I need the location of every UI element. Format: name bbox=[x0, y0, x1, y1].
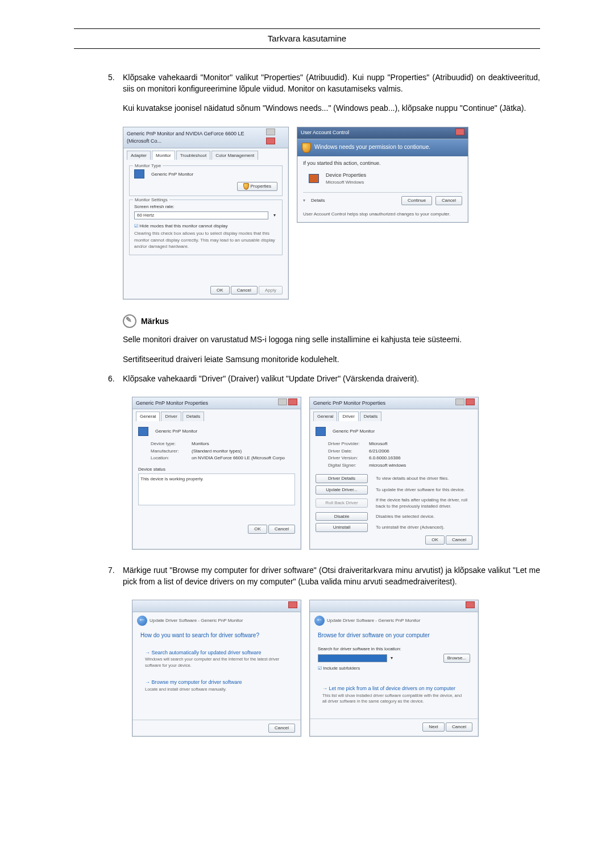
update-driver-wizard-browse: Update Driver Software - Generic PnP Mon… bbox=[309, 600, 479, 737]
ok-button[interactable]: OK bbox=[210, 286, 230, 295]
close-icon[interactable] bbox=[466, 398, 475, 405]
uac-title: User Account Control bbox=[301, 129, 349, 136]
uninstall-button[interactable]: Uninstall bbox=[316, 523, 368, 532]
monitor-settings-legend: Monitor Settings bbox=[133, 197, 169, 203]
dialog-title: Generic PnP Monitor and NVIDIA GeForce 6… bbox=[127, 130, 265, 145]
device-name: Generic PnP Monitor bbox=[333, 428, 375, 435]
tab-driver[interactable]: Driver bbox=[161, 412, 181, 421]
uac-dialog: User Account Control Windows needs your … bbox=[297, 127, 468, 223]
wizard-breadcrumb: Update Driver Software - Generic PnP Mon… bbox=[327, 617, 420, 624]
back-icon[interactable] bbox=[314, 616, 325, 626]
update-driver-desc: To update the driver software for this d… bbox=[376, 487, 472, 493]
wizard-heading: How do you want to search for driver sof… bbox=[140, 632, 293, 640]
manufacturer-label: Manufacturer: bbox=[151, 448, 192, 455]
location-input[interactable] bbox=[318, 654, 387, 662]
hide-modes-description: Clearing this check box allows you to se… bbox=[134, 230, 277, 250]
driver-details-desc: To view details about the driver files. bbox=[376, 475, 472, 482]
rollback-driver-button[interactable]: Roll Back Driver bbox=[316, 499, 368, 508]
note-label: Märkus bbox=[141, 315, 169, 327]
step-6-number: 6. bbox=[108, 373, 123, 392]
monitor-icon bbox=[134, 169, 144, 178]
apply-button[interactable]: Apply bbox=[259, 286, 283, 295]
next-button[interactable]: Next bbox=[422, 722, 444, 732]
manufacturer-value: (Standard monitor types) bbox=[192, 448, 242, 455]
digital-signer-value: microsoft windows bbox=[369, 462, 406, 469]
ok-button[interactable]: OK bbox=[248, 525, 267, 534]
wizard-heading: Browse for driver software on your compu… bbox=[318, 632, 470, 640]
wizard-breadcrumb: Update Driver Software - Generic PnP Mon… bbox=[150, 617, 243, 624]
rollback-driver-desc: If the device fails after updating the d… bbox=[376, 497, 472, 510]
note-paragraph-1: Selle monitori draiver on varustatud MS-… bbox=[123, 334, 540, 345]
include-subfolders-checkbox[interactable]: Include subfolders bbox=[318, 665, 470, 672]
monitor-properties-dialog: Generic PnP Monitor and NVIDIA GeForce 6… bbox=[123, 127, 289, 300]
tab-details[interactable]: Details bbox=[182, 412, 204, 421]
help-icon[interactable] bbox=[278, 398, 287, 405]
driver-version-value: 6.0.6000.16386 bbox=[369, 455, 401, 462]
refresh-rate-label: Screen refresh rate: bbox=[134, 203, 277, 210]
driver-provider-value: Microsoft bbox=[369, 441, 387, 447]
refresh-rate-select[interactable]: 60 Hertz bbox=[134, 211, 268, 219]
monitor-properties-general: Generic PnP Monitor Properties General D… bbox=[132, 397, 301, 549]
tab-color-management[interactable]: Color Management bbox=[211, 151, 258, 160]
properties-button[interactable]: Properties bbox=[237, 182, 277, 191]
minimize-icon[interactable] bbox=[266, 128, 275, 135]
monitor-icon bbox=[316, 427, 326, 436]
close-icon[interactable] bbox=[466, 601, 475, 608]
tab-driver[interactable]: Driver bbox=[338, 412, 358, 421]
cancel-button[interactable]: Cancel bbox=[446, 535, 472, 545]
continue-button[interactable]: Continue bbox=[401, 196, 432, 205]
dialog-title: Generic PnP Monitor Properties bbox=[313, 400, 385, 407]
cancel-button[interactable]: Cancel bbox=[435, 196, 462, 205]
device-type-value: Monitors bbox=[192, 441, 209, 447]
uac-details-toggle[interactable]: Details bbox=[311, 197, 398, 204]
update-driver-button[interactable]: Update Driver... bbox=[316, 485, 368, 495]
cancel-button[interactable]: Cancel bbox=[268, 724, 295, 733]
option-browse-computer[interactable]: → Browse my computer for driver software… bbox=[140, 675, 293, 696]
step-7-number: 7. bbox=[108, 564, 123, 596]
close-icon[interactable] bbox=[288, 601, 297, 608]
uac-footer: User Account Control helps stop unauthor… bbox=[303, 211, 462, 218]
shield-icon bbox=[302, 143, 311, 153]
tab-details[interactable]: Details bbox=[360, 412, 381, 421]
cancel-button[interactable]: Cancel bbox=[268, 525, 295, 534]
tab-general[interactable]: General bbox=[136, 412, 160, 421]
driver-date-label: Driver Date: bbox=[328, 448, 369, 455]
tab-troubleshoot[interactable]: Troubleshoot bbox=[176, 151, 210, 160]
tab-monitor[interactable]: Monitor bbox=[152, 151, 175, 160]
device-status-text: This device is working properly. bbox=[138, 474, 295, 505]
option-pick-from-list[interactable]: → Let me pick from a list of device driv… bbox=[318, 682, 470, 708]
driver-details-button[interactable]: Driver Details bbox=[316, 474, 368, 483]
driver-provider-label: Driver Provider: bbox=[328, 441, 369, 447]
monitor-type-legend: Monitor Type bbox=[133, 163, 163, 169]
tab-general[interactable]: General bbox=[313, 412, 337, 421]
close-icon[interactable] bbox=[266, 138, 275, 144]
disable-button[interactable]: Disable bbox=[316, 512, 368, 521]
tab-adapter[interactable]: Adapter bbox=[127, 151, 151, 160]
device-name: Generic PnP Monitor bbox=[155, 428, 197, 435]
step-5-paragraph-2: Kui kuvatakse joonisel näidatud sõnum "W… bbox=[123, 102, 540, 114]
monitor-icon bbox=[138, 427, 148, 436]
browse-button[interactable]: Browse... bbox=[443, 654, 470, 663]
close-icon[interactable] bbox=[288, 398, 297, 405]
hide-modes-checkbox[interactable]: Hide modes that this monitor cannot disp… bbox=[134, 223, 277, 230]
disable-desc: Disables the selected device. bbox=[376, 513, 472, 520]
ok-button[interactable]: OK bbox=[425, 535, 445, 545]
chevron-down-icon[interactable]: ▾ bbox=[303, 197, 305, 204]
close-icon[interactable] bbox=[455, 128, 464, 135]
cancel-button[interactable]: Cancel bbox=[231, 286, 258, 295]
option-search-automatically[interactable]: → Search automatically for updated drive… bbox=[140, 646, 293, 672]
note-icon bbox=[123, 314, 136, 328]
driver-version-label: Driver Version: bbox=[328, 455, 369, 462]
back-icon[interactable] bbox=[137, 616, 147, 626]
cancel-button[interactable]: Cancel bbox=[446, 722, 472, 732]
uac-instruction: If you started this action, continue. bbox=[303, 160, 462, 167]
help-icon[interactable] bbox=[455, 398, 464, 405]
uac-banner-text: Windows needs your permission to contion… bbox=[314, 143, 430, 152]
uac-program-name: Device Properties bbox=[326, 172, 366, 179]
page-header: Tarkvara kasutamine bbox=[0, 29, 614, 48]
update-driver-wizard-search: Update Driver Software - Generic PnP Mon… bbox=[132, 600, 301, 737]
monitor-type-name: Generic PnP Monitor bbox=[151, 171, 193, 178]
step-7-paragraph: Märkige ruut "Browse my computer for dri… bbox=[123, 564, 540, 588]
uac-publisher: Microsoft Windows bbox=[326, 179, 366, 186]
uninstall-desc: To uninstall the driver (Advanced). bbox=[376, 524, 472, 531]
